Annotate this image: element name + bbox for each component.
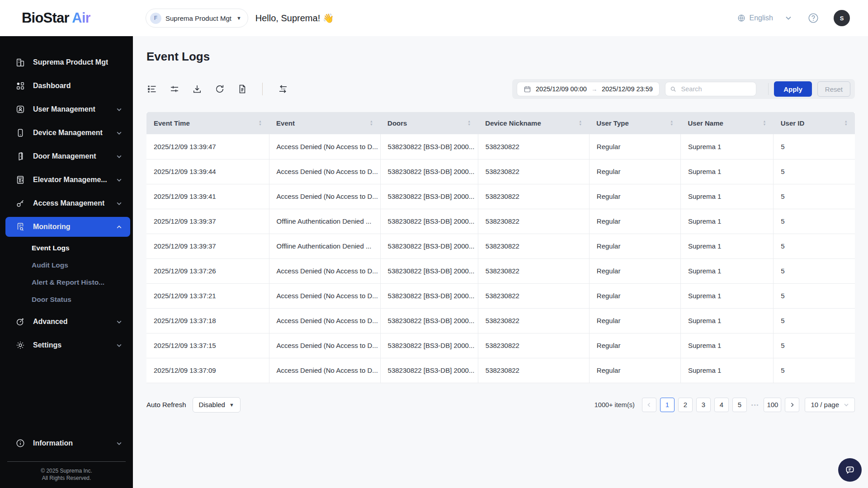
language-selector[interactable]: English	[737, 14, 773, 23]
cell-doors: 538230822 [BS3-DB] 2000...	[380, 134, 478, 159]
cell-event_time: 2025/12/09 13:37:26	[146, 258, 269, 283]
report-document-icon[interactable]	[237, 84, 248, 94]
search-input[interactable]	[680, 85, 751, 93]
chevron-down-icon	[116, 343, 122, 348]
cell-user_type: Regular	[589, 234, 680, 258]
cell-doors: 538230822 [BS3-DB] 2000...	[380, 159, 478, 184]
page-button-100[interactable]: 100	[764, 398, 781, 412]
sidebar-subitem-event-logs[interactable]: Event Logs	[0, 239, 133, 257]
sidebar-item-label: Monitoring	[33, 223, 71, 231]
table-row[interactable]: 2025/12/09 13:39:44Access Denied (No Acc…	[146, 159, 855, 184]
sort-icon[interactable]: ▲▼	[670, 120, 673, 126]
sidebar-item-information[interactable]: Information	[5, 433, 130, 453]
reset-button[interactable]: Reset	[817, 81, 850, 97]
cell-event_time: 2025/12/09 13:39:47	[146, 134, 269, 159]
search-icon	[670, 85, 677, 93]
sidebar-item-access-management[interactable]: Access Management	[5, 193, 130, 213]
column-header-event[interactable]: Event▲▼	[269, 112, 380, 134]
table-row[interactable]: 2025/12/09 13:37:21Access Denied (No Acc…	[146, 283, 855, 308]
refresh-icon[interactable]	[214, 84, 225, 94]
sidebar-item-door-management[interactable]: Door Management	[5, 146, 130, 166]
main-content: Event Logs 2025/12/09 00:00 → 2025/12/09…	[133, 36, 868, 488]
column-header-doors[interactable]: Doors▲▼	[380, 112, 478, 134]
table-row[interactable]: 2025/12/09 13:39:41Access Denied (No Acc…	[146, 184, 855, 209]
dashboard-icon	[15, 81, 25, 91]
logo-text-biostar: BioStar	[22, 10, 69, 26]
sort-icon[interactable]: ▲▼	[763, 120, 766, 126]
cell-user_name: Suprema 1	[680, 209, 773, 234]
cell-event: Access Denied (No Access to D...	[269, 358, 380, 383]
monitoring-icon	[15, 222, 25, 232]
date-range-picker[interactable]: 2025/12/09 00:00 → 2025/12/09 23:59	[517, 82, 660, 96]
sidebar-item-elevator-management[interactable]: Elevator Manageme...	[5, 170, 130, 190]
column-header-user_name[interactable]: User Name▲▼	[680, 112, 773, 134]
organization-selector[interactable]: F Suprema Product Mgt ▼	[146, 9, 248, 28]
app-logo: BioStar Air	[22, 10, 90, 26]
cell-device_nickname: 538230822	[478, 333, 589, 358]
page-button-5[interactable]: 5	[732, 398, 747, 412]
sidebar-subitem-audit-logs[interactable]: Audit Logs	[0, 257, 133, 274]
transfer-arrows-icon[interactable]	[277, 84, 289, 94]
table-row[interactable]: 2025/12/09 13:37:26Access Denied (No Acc…	[146, 258, 855, 283]
cell-user_name: Suprema 1	[680, 134, 773, 159]
cell-doors: 538230822 [BS3-DB] 2000...	[380, 184, 478, 209]
sidebar-item-user-management[interactable]: User Management	[5, 99, 130, 119]
sort-icon[interactable]: ▲▼	[370, 120, 373, 126]
user-avatar[interactable]: S	[834, 10, 850, 26]
table-row[interactable]: 2025/12/09 13:39:37Offline Authenticatio…	[146, 209, 855, 234]
page-size-select[interactable]: 10 / page	[805, 398, 855, 412]
building-icon	[15, 57, 25, 67]
sidebar-subitem-alert-report-history[interactable]: Alert & Report Histo...	[0, 274, 133, 291]
chevron-down-icon[interactable]	[785, 14, 792, 22]
sidebar-item-monitoring[interactable]: Monitoring	[5, 217, 130, 237]
sidebar-item-suprema-product-mgt[interactable]: Suprema Product Mgt	[5, 52, 130, 72]
chat-support-button[interactable]	[838, 458, 862, 482]
table-row[interactable]: 2025/12/09 13:39:47Access Denied (No Acc…	[146, 134, 855, 159]
table-row[interactable]: 2025/12/09 13:39:37Offline Authenticatio…	[146, 234, 855, 258]
download-icon[interactable]	[192, 84, 203, 94]
filter-divider	[768, 83, 769, 95]
sidebar-item-device-management[interactable]: Device Management	[5, 123, 130, 143]
cell-user_name: Suprema 1	[680, 283, 773, 308]
previous-page-button[interactable]	[642, 398, 656, 412]
column-header-user_id[interactable]: User ID▲▼	[774, 112, 855, 134]
help-icon[interactable]	[807, 12, 819, 24]
sidebar-subitem-door-status[interactable]: Door Status	[0, 291, 133, 308]
caret-down-icon: ▼	[236, 15, 241, 21]
column-header-event_time[interactable]: Event Time▲▼	[146, 112, 269, 134]
table-row[interactable]: 2025/12/09 13:37:18Access Denied (No Acc…	[146, 308, 855, 333]
sidebar-item-advanced[interactable]: Advanced	[5, 312, 130, 332]
cell-user_name: Suprema 1	[680, 333, 773, 358]
sort-icon[interactable]: ▲▼	[467, 120, 471, 126]
apply-button[interactable]: Apply	[774, 81, 812, 97]
column-settings-icon[interactable]	[146, 84, 157, 94]
sidebar-item-settings[interactable]: Settings	[5, 335, 130, 355]
page-button-3[interactable]: 3	[696, 398, 711, 412]
cell-device_nickname: 538230822	[478, 358, 589, 383]
auto-refresh-value: Disabled	[199, 401, 225, 408]
cell-event: Access Denied (No Access to D...	[269, 308, 380, 333]
page-button-2[interactable]: 2	[678, 398, 693, 412]
column-label: Event Time	[154, 119, 190, 127]
page-button-4[interactable]: 4	[714, 398, 729, 412]
sidebar-item-dashboard[interactable]: Dashboard	[5, 76, 130, 96]
globe-icon	[737, 14, 746, 23]
sort-icon[interactable]: ▲▼	[844, 120, 848, 126]
cell-doors: 538230822 [BS3-DB] 2000...	[380, 333, 478, 358]
sort-icon[interactable]: ▲▼	[579, 120, 582, 126]
cell-event_time: 2025/12/09 13:37:21	[146, 283, 269, 308]
table-row[interactable]: 2025/12/09 13:37:09Access Denied (No Acc…	[146, 358, 855, 383]
cell-event_time: 2025/12/09 13:37:18	[146, 308, 269, 333]
filter-sliders-icon[interactable]	[169, 84, 180, 94]
cell-event_time: 2025/12/09 13:39:44	[146, 159, 269, 184]
cell-event: Access Denied (No Access to D...	[269, 333, 380, 358]
page-size-value: 10 / page	[811, 401, 839, 408]
sort-icon[interactable]: ▲▼	[259, 120, 262, 126]
column-header-device_nickname[interactable]: Device Nickname▲▼	[478, 112, 589, 134]
page-button-1[interactable]: 1	[660, 398, 675, 412]
auto-refresh-select[interactable]: Disabled ▼	[193, 397, 241, 413]
next-page-button[interactable]	[785, 398, 799, 412]
pagination: 1000+ item(s) 12345 ••• 100 10 / page	[594, 398, 855, 412]
column-header-user_type[interactable]: User Type▲▼	[589, 112, 680, 134]
table-row[interactable]: 2025/12/09 13:37:15Access Denied (No Acc…	[146, 333, 855, 358]
